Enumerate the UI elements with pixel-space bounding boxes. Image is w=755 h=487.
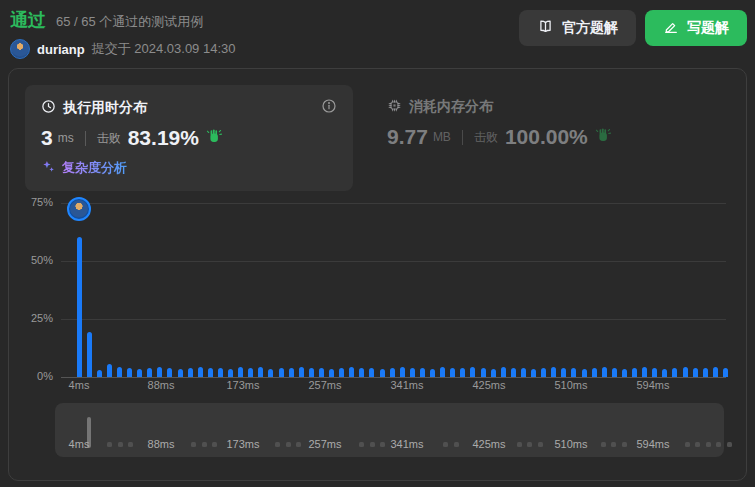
header-actions: 官方题解 写题解 [519,10,747,46]
info-icon[interactable] [321,98,337,117]
minimap-label: 341ms [390,438,423,450]
x-tick-label: 425ms [472,379,505,391]
bar [117,367,122,377]
bar [622,369,627,377]
official-solution-button[interactable]: 官方题解 [519,10,636,46]
write-solution-label: 写题解 [687,19,729,37]
bar [238,367,243,377]
username[interactable]: durianp [37,42,85,57]
bar [208,368,213,377]
divider [462,130,463,145]
gridline [61,261,726,262]
minimap-tick-dot [538,442,543,447]
memory-title: 消耗内存分布 [409,98,493,116]
minimap-label: 4ms [69,438,90,450]
runtime-value: 3 [41,126,53,150]
header-left: 通过 65 / 65 个通过的测试用例 durianp 提交于 2024.03.… [10,8,236,59]
x-tick-label: 4ms [69,379,90,391]
bar [77,237,82,377]
bar [602,367,607,377]
clap-icon [205,127,223,149]
bar [87,332,92,377]
bar [410,368,415,377]
submitted-at: 提交于 2024.03.09 14:30 [92,40,236,58]
bar [178,369,183,377]
minimap-tick-dot [601,442,606,447]
submission-header: 通过 65 / 65 个通过的测试用例 durianp 提交于 2024.03.… [0,0,755,59]
y-tick-label: 75% [25,196,53,208]
user-avatar-marker [67,197,91,221]
bar [369,368,374,377]
bar [329,369,334,377]
minimap-tick-dot [685,442,690,447]
minimap-tick-dot [622,442,627,447]
bar [309,368,314,377]
bar [137,369,142,377]
bar [349,367,354,377]
minimap-label: 257ms [308,438,341,450]
memory-beats-value: 100.00% [505,125,588,149]
user-avatar[interactable] [10,39,30,59]
divider [85,131,86,146]
plot-area[interactable] [61,203,726,377]
chart-brush-minimap[interactable]: 4ms88ms173ms257ms341ms425ms510ms594ms [55,403,724,457]
memory-value: 9.77 [387,125,428,149]
bar [511,368,516,377]
memory-tab[interactable]: 消耗内存分布 9.77 MB 击败 100.00% [387,85,612,149]
bar [693,368,698,377]
minimap-label: 510ms [554,438,587,450]
x-axis: 4ms88ms173ms257ms341ms425ms510ms594ms [61,379,726,395]
bar [390,368,395,377]
x-tick-label: 510ms [554,379,587,391]
x-tick-label: 341ms [390,379,423,391]
runtime-distribution-chart: 4ms88ms173ms257ms341ms425ms510ms594ms 0%… [25,199,730,395]
bar [157,367,162,377]
minimap-tick-dot [191,442,196,447]
y-tick-label: 25% [25,312,53,324]
y-tick-label: 0% [25,370,53,382]
bar [400,367,405,377]
memory-unit: MB [433,130,451,144]
bar [258,367,263,377]
bar [652,368,657,377]
minimap-tick-dot [454,442,459,447]
bar [97,370,102,377]
bar [662,369,667,377]
bar [420,368,425,377]
beats-label: 击败 [474,129,498,146]
bar [167,368,172,377]
write-solution-button[interactable]: 写题解 [645,10,747,46]
y-tick-label: 50% [25,254,53,266]
minimap-tick-dot [128,442,133,447]
runtime-tab[interactable]: 执行用时分布 3 ms 击败 83.19% [25,85,353,191]
complexity-analysis-link[interactable]: 复杂度分析 [41,159,127,177]
runtime-unit: ms [58,131,74,145]
memory-chip-icon [387,98,402,116]
bar [460,368,465,377]
bar [359,368,364,377]
bar [612,368,617,377]
pencil-icon [663,19,679,38]
x-tick-label: 594ms [636,379,669,391]
clock-icon [41,99,56,117]
bar [450,368,455,377]
minimap-tick-dot [202,442,207,447]
minimap-tick-dot [611,442,616,447]
testcases-passed: 65 / 65 个通过的测试用例 [56,13,203,31]
bar [248,368,253,377]
bar [440,367,445,377]
bar [188,368,193,377]
x-tick-label: 173ms [226,379,259,391]
bar [289,368,294,377]
minimap-label: 594ms [636,438,669,450]
status-accepted: 通过 [10,8,46,32]
bar [268,369,273,377]
bar [339,368,344,377]
bar [592,368,597,377]
gridline [61,203,726,204]
complexity-analysis-label: 复杂度分析 [62,159,127,177]
submission-result-page: 通过 65 / 65 个通过的测试用例 durianp 提交于 2024.03.… [0,0,755,487]
bar [561,368,566,377]
bar [299,367,304,377]
bar [703,368,708,377]
